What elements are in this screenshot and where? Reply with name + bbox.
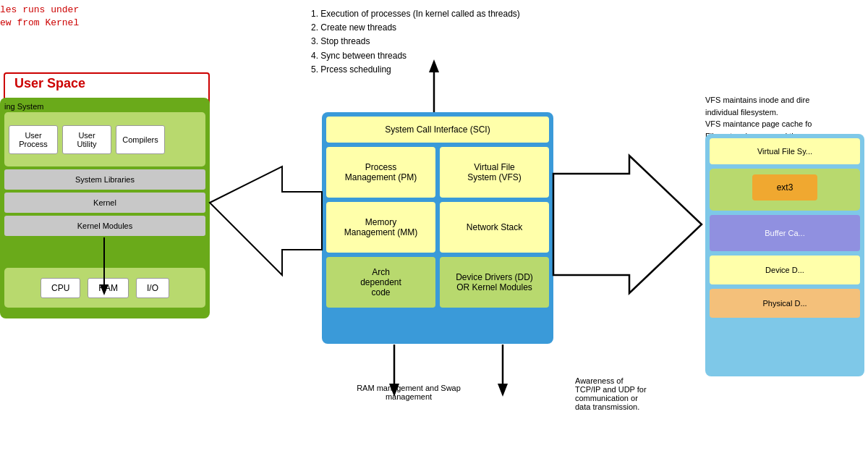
top-left-annotation: les runs under ew from Kernel (0, 4, 79, 30)
left-to-center-arrow (210, 166, 322, 275)
arch-cell: Archdependentcode (326, 257, 435, 308)
vfs-right-bar: Virtual File Sy... (710, 138, 860, 164)
right-vfs-section: Virtual File Sy... ext3 Buffer Ca... Dev… (705, 134, 868, 376)
ext3-box: ext3 (752, 174, 817, 200)
user-utility-box: UserUtility (62, 125, 111, 154)
dd-down-arrowhead (498, 384, 508, 397)
cpu-box: CPU (41, 278, 80, 298)
user-space-label: User Space (14, 76, 85, 91)
io-box: I/O (136, 278, 169, 298)
system-libraries-bar: System Libraries (4, 169, 205, 190)
sci-bar: System Call Interface (SCI) (326, 117, 549, 143)
awareness-text: Awareness ofTCP/IP and UDP forcommunicat… (575, 376, 691, 411)
center-to-right-arrow (553, 156, 702, 293)
mm-cell: MemoryManagement (MM) (326, 202, 435, 253)
dd-cell: Device Drivers (DD)OR Kernel Modules (440, 257, 549, 308)
mm-network-row: MemoryManagement (MM) Network Stack (326, 202, 549, 253)
ext3-container: ext3 (710, 169, 860, 211)
pm-vfs-row: ProcessManagement (PM) Virtual FileSyste… (326, 147, 549, 198)
kernel-modules-bar: Kernel Modules (4, 216, 205, 236)
hardware-box: CPU RAM I/O (4, 268, 205, 308)
user-components-box: UserProcess UserUtility Compilers (4, 112, 205, 166)
network-cell: Network Stack (440, 202, 549, 253)
numbered-list: 1. Execution of processes (In kernel cal… (311, 7, 520, 77)
vfs-cell: Virtual FileSystem (VFS) (440, 147, 549, 198)
device-d-box: Device D... (710, 256, 860, 284)
os-label: ing System (4, 102, 205, 111)
pm-cell: ProcessManagement (PM) (326, 147, 435, 198)
arch-dd-row: Archdependentcode Device Drivers (DD)OR … (326, 257, 549, 308)
ram-management-text: RAM management and Swapmanagement (354, 384, 463, 401)
right-outer-box: Virtual File Sy... ext3 Buffer Ca... Dev… (705, 134, 864, 376)
physical-box: Physical D... (710, 289, 860, 318)
kernel-center-section: System Call Interface (SCI) ProcessManag… (322, 112, 553, 344)
os-outer-box: ing System UserProcess UserUtility Compi… (0, 98, 210, 318)
compilers-box: Compilers (116, 125, 165, 154)
kernel-outer-box: System Call Interface (SCI) ProcessManag… (322, 112, 553, 344)
user-process-box: UserProcess (9, 125, 58, 154)
kernel-bar: Kernel (4, 193, 205, 213)
ram-box: RAM (88, 278, 129, 298)
buffer-cache-box: Buffer Ca... (710, 215, 860, 251)
